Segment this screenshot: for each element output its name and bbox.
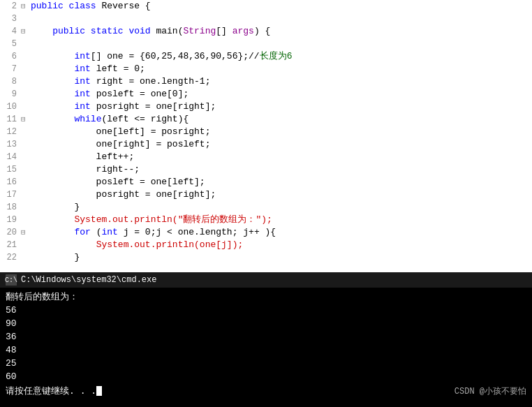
- line-number: 3: [0, 13, 21, 25]
- code-content: for (int j = 0;j < one.length; j++ ){: [31, 226, 532, 239]
- code-content: int right = one.length-1;: [31, 75, 532, 88]
- line-number: 19: [0, 214, 21, 226]
- line-number: 22: [0, 251, 21, 264]
- terminal-output-line: 90: [6, 317, 526, 330]
- code-content: int posleft = one[0];: [31, 88, 532, 101]
- code-line: 21 System.out.println(one[j]);: [0, 239, 532, 251]
- fold-icon[interactable]: ⊟: [21, 113, 31, 126]
- terminal-output-line: 56: [6, 304, 526, 317]
- terminal-title: C:\Windows\system32\cmd.exe: [21, 275, 156, 285]
- code-content: int left = 0;: [31, 63, 532, 75]
- line-number: 5: [0, 38, 21, 50]
- code-content: int posright = one[right];: [31, 101, 532, 113]
- line-number: 4: [0, 25, 21, 38]
- cmd-icon: C:\: [6, 274, 17, 286]
- line-number: 12: [0, 126, 21, 138]
- line-number: 2: [0, 0, 21, 13]
- code-line: 16 posleft = one[left];: [0, 176, 532, 188]
- code-line: 9 int posleft = one[0];: [0, 88, 532, 101]
- fold-icon[interactable]: ⊟: [21, 0, 31, 13]
- code-line: 18 }: [0, 201, 532, 214]
- terminal-output-line: 60: [6, 370, 526, 383]
- line-number: 16: [0, 176, 21, 188]
- terminal-prompt: 请按任意键继续. . .: [6, 385, 102, 397]
- line-number: 9: [0, 88, 21, 101]
- code-content: right--;: [31, 163, 532, 176]
- code-line: 12 one[left] = posright;: [0, 126, 532, 138]
- branding-label: CSDN @小孩不要怕: [455, 385, 526, 397]
- line-number: 11: [0, 113, 21, 126]
- terminal-cursor: [96, 386, 102, 396]
- code-content: public class Reverse {: [31, 0, 532, 13]
- code-line: 6 int[] one = {60,25,48,36,90,56};//长度为6: [0, 50, 532, 63]
- terminal-output-line: 48: [6, 343, 526, 357]
- code-content: left++;: [31, 151, 532, 163]
- terminal-output-line: 25: [6, 357, 526, 370]
- code-line: 20⊟ for (int j = 0;j < one.length; j++ )…: [0, 226, 532, 239]
- code-line: 4⊟ public static void main(String[] args…: [0, 25, 532, 38]
- code-content: System.out.println(one[j]);: [31, 239, 532, 251]
- code-editor: 2⊟public class Reverse {3 4⊟ public stat…: [0, 0, 532, 272]
- fold-icon[interactable]: ⊟: [21, 25, 31, 38]
- code-content: posleft = one[left];: [31, 176, 532, 188]
- terminal-footer: 请按任意键继续. . . CSDN @小孩不要怕: [6, 385, 526, 397]
- code-line: 8 int right = one.length-1;: [0, 75, 532, 88]
- code-line: 13 one[right] = posleft;: [0, 138, 532, 151]
- line-number: 21: [0, 239, 21, 251]
- terminal-output-line: 翻转后的数组为：: [6, 290, 526, 304]
- code-content: }: [31, 201, 532, 214]
- code-line: 14 left++;: [0, 151, 532, 163]
- line-number: 10: [0, 101, 21, 113]
- code-line: 5: [0, 38, 532, 50]
- line-number: 18: [0, 201, 21, 214]
- code-content: public static void main(String[] args) {: [31, 25, 532, 38]
- terminal-titlebar: C:\ C:\Windows\system32\cmd.exe: [0, 272, 532, 288]
- code-line: 10 int posright = one[right];: [0, 101, 532, 113]
- code-content: one[right] = posleft;: [31, 138, 532, 151]
- code-content: while(left <= right){: [31, 113, 532, 126]
- line-number: 15: [0, 163, 21, 176]
- code-content: }: [31, 251, 532, 264]
- line-number: 14: [0, 151, 21, 163]
- code-content: one[left] = posright;: [31, 126, 532, 138]
- code-line: 11⊟ while(left <= right){: [0, 113, 532, 126]
- line-number: 8: [0, 75, 21, 88]
- terminal-output-line: 36: [6, 330, 526, 343]
- code-line: 17 posright = one[right];: [0, 188, 532, 201]
- code-line: 19 System.out.println("翻转后的数组为：");: [0, 214, 532, 226]
- line-number: 7: [0, 63, 21, 75]
- code-content: posright = one[right];: [31, 188, 532, 201]
- code-line: 15 right--;: [0, 163, 532, 176]
- code-content: System.out.println("翻转后的数组为：");: [31, 214, 532, 226]
- terminal-window: C:\ C:\Windows\system32\cmd.exe 翻转后的数组为：…: [0, 272, 532, 407]
- line-number: 6: [0, 50, 21, 63]
- line-number: 17: [0, 188, 21, 201]
- code-line: 7 int left = 0;: [0, 63, 532, 75]
- line-number: 13: [0, 138, 21, 151]
- terminal-body: 翻转后的数组为：569036482560请按任意键继续. . . CSDN @小…: [0, 288, 532, 407]
- code-line: 22 }: [0, 251, 532, 264]
- code-line: 3: [0, 13, 532, 25]
- code-content: int[] one = {60,25,48,36,90,56};//长度为6: [31, 50, 532, 63]
- line-number: 20: [0, 226, 21, 239]
- fold-icon[interactable]: ⊟: [21, 226, 31, 239]
- code-line: 2⊟public class Reverse {: [0, 0, 532, 13]
